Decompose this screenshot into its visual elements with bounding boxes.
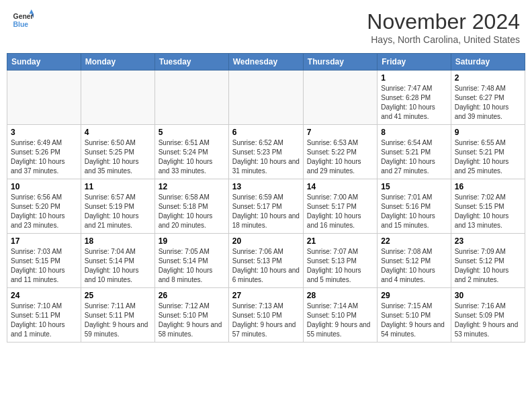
calendar-week-row: 24Sunrise: 7:10 AM Sunset: 5:11 PM Dayli…	[7, 288, 525, 342]
day-info: Sunrise: 7:01 AM Sunset: 5:16 PM Dayligh…	[381, 193, 447, 230]
day-info: Sunrise: 7:11 AM Sunset: 5:11 PM Dayligh…	[85, 302, 151, 339]
calendar-cell: 11Sunrise: 6:57 AM Sunset: 5:19 PM Dayli…	[81, 179, 154, 234]
day-number: 3	[11, 128, 77, 137]
calendar-week-row: 3Sunrise: 6:49 AM Sunset: 5:26 PM Daylig…	[7, 125, 525, 179]
day-number: 17	[11, 236, 77, 246]
logo: General Blue	[12, 9, 34, 31]
calendar-cell: 29Sunrise: 7:15 AM Sunset: 5:10 PM Dayli…	[378, 288, 451, 342]
day-info: Sunrise: 7:12 AM Sunset: 5:10 PM Dayligh…	[159, 302, 225, 339]
svg-text:Blue: Blue	[13, 21, 29, 28]
day-info: Sunrise: 7:15 AM Sunset: 5:10 PM Dayligh…	[381, 302, 447, 339]
calendar-cell: 6Sunrise: 6:52 AM Sunset: 5:23 PM Daylig…	[228, 125, 303, 179]
day-info: Sunrise: 6:51 AM Sunset: 5:24 PM Dayligh…	[159, 138, 225, 176]
calendar-cell: 10Sunrise: 6:56 AM Sunset: 5:20 PM Dayli…	[7, 179, 81, 234]
calendar-cell: 25Sunrise: 7:11 AM Sunset: 5:11 PM Dayli…	[81, 288, 154, 342]
location: Hays, North Carolina, United States	[367, 34, 520, 45]
calendar-cell: 19Sunrise: 7:05 AM Sunset: 5:14 PM Dayli…	[154, 234, 228, 288]
calendar-cell: 7Sunrise: 6:53 AM Sunset: 5:22 PM Daylig…	[303, 125, 377, 179]
day-info: Sunrise: 7:02 AM Sunset: 5:15 PM Dayligh…	[455, 193, 521, 230]
day-info: Sunrise: 7:10 AM Sunset: 5:11 PM Dayligh…	[11, 302, 77, 339]
day-info: Sunrise: 6:58 AM Sunset: 5:18 PM Dayligh…	[159, 193, 225, 230]
day-number: 16	[455, 182, 521, 191]
day-number: 14	[307, 182, 373, 191]
title-block: November 2024 Hays, North Carolina, Unit…	[367, 9, 520, 45]
calendar-cell: 30Sunrise: 7:16 AM Sunset: 5:09 PM Dayli…	[451, 288, 525, 342]
svg-text:General: General	[13, 13, 34, 20]
svg-marker-2	[30, 9, 34, 13]
calendar-cell: 14Sunrise: 7:00 AM Sunset: 5:17 PM Dayli…	[303, 179, 377, 234]
weekday-header-row: SundayMondayTuesdayWednesdayThursdayFrid…	[7, 54, 525, 71]
day-number: 23	[455, 236, 521, 246]
calendar-cell: 3Sunrise: 6:49 AM Sunset: 5:26 PM Daylig…	[7, 125, 81, 179]
weekday-header: Friday	[378, 54, 451, 71]
calendar-cell	[303, 71, 377, 125]
weekday-header: Monday	[81, 54, 154, 71]
day-number: 13	[232, 182, 300, 191]
day-number: 11	[85, 182, 151, 191]
calendar-cell: 5Sunrise: 6:51 AM Sunset: 5:24 PM Daylig…	[154, 125, 228, 179]
day-info: Sunrise: 7:14 AM Sunset: 5:10 PM Dayligh…	[307, 302, 373, 339]
day-number: 12	[159, 182, 225, 191]
calendar-cell	[7, 71, 81, 125]
day-info: Sunrise: 6:53 AM Sunset: 5:22 PM Dayligh…	[307, 138, 373, 176]
day-info: Sunrise: 7:16 AM Sunset: 5:09 PM Dayligh…	[455, 302, 521, 339]
day-number: 18	[85, 236, 151, 246]
day-info: Sunrise: 7:48 AM Sunset: 6:27 PM Dayligh…	[455, 84, 521, 122]
day-info: Sunrise: 6:56 AM Sunset: 5:20 PM Dayligh…	[11, 193, 77, 230]
calendar-cell: 22Sunrise: 7:08 AM Sunset: 5:12 PM Dayli…	[378, 234, 451, 288]
day-info: Sunrise: 6:52 AM Sunset: 5:23 PM Dayligh…	[232, 138, 300, 176]
calendar-cell	[81, 71, 154, 125]
day-info: Sunrise: 7:00 AM Sunset: 5:17 PM Dayligh…	[307, 193, 373, 230]
day-info: Sunrise: 6:54 AM Sunset: 5:21 PM Dayligh…	[381, 138, 447, 176]
weekday-header: Saturday	[451, 54, 525, 71]
day-info: Sunrise: 7:08 AM Sunset: 5:12 PM Dayligh…	[381, 247, 447, 285]
day-number: 28	[307, 291, 373, 300]
day-info: Sunrise: 7:06 AM Sunset: 5:13 PM Dayligh…	[232, 247, 300, 285]
weekday-header: Tuesday	[154, 54, 228, 71]
day-info: Sunrise: 7:03 AM Sunset: 5:15 PM Dayligh…	[11, 247, 77, 285]
day-info: Sunrise: 7:13 AM Sunset: 5:10 PM Dayligh…	[232, 302, 300, 339]
calendar-cell: 2Sunrise: 7:48 AM Sunset: 6:27 PM Daylig…	[451, 71, 525, 125]
day-number: 7	[307, 128, 373, 137]
calendar-week-row: 17Sunrise: 7:03 AM Sunset: 5:15 PM Dayli…	[7, 234, 525, 288]
day-info: Sunrise: 7:47 AM Sunset: 6:28 PM Dayligh…	[381, 84, 447, 122]
calendar-cell: 8Sunrise: 6:54 AM Sunset: 5:21 PM Daylig…	[378, 125, 451, 179]
calendar-cell: 17Sunrise: 7:03 AM Sunset: 5:15 PM Dayli…	[7, 234, 81, 288]
day-info: Sunrise: 6:59 AM Sunset: 5:17 PM Dayligh…	[232, 193, 300, 230]
calendar-cell: 18Sunrise: 7:04 AM Sunset: 5:14 PM Dayli…	[81, 234, 154, 288]
calendar-week-row: 10Sunrise: 6:56 AM Sunset: 5:20 PM Dayli…	[7, 179, 525, 234]
calendar-cell: 21Sunrise: 7:07 AM Sunset: 5:13 PM Dayli…	[303, 234, 377, 288]
month-title: November 2024	[367, 9, 520, 34]
day-number: 8	[381, 128, 447, 137]
day-info: Sunrise: 7:05 AM Sunset: 5:14 PM Dayligh…	[159, 247, 225, 285]
day-info: Sunrise: 7:07 AM Sunset: 5:13 PM Dayligh…	[307, 247, 373, 285]
day-info: Sunrise: 7:09 AM Sunset: 5:12 PM Dayligh…	[455, 247, 521, 285]
calendar-week-row: 1Sunrise: 7:47 AM Sunset: 6:28 PM Daylig…	[7, 71, 525, 125]
calendar-cell	[228, 71, 303, 125]
day-number: 6	[232, 128, 300, 137]
calendar-cell: 15Sunrise: 7:01 AM Sunset: 5:16 PM Dayli…	[378, 179, 451, 234]
weekday-header: Sunday	[7, 54, 81, 71]
day-info: Sunrise: 6:55 AM Sunset: 5:21 PM Dayligh…	[455, 138, 521, 176]
day-number: 29	[381, 291, 447, 300]
day-number: 27	[232, 291, 300, 300]
day-info: Sunrise: 6:57 AM Sunset: 5:19 PM Dayligh…	[85, 193, 151, 230]
calendar-cell: 26Sunrise: 7:12 AM Sunset: 5:10 PM Dayli…	[154, 288, 228, 342]
calendar-cell: 16Sunrise: 7:02 AM Sunset: 5:15 PM Dayli…	[451, 179, 525, 234]
day-number: 20	[232, 236, 300, 246]
calendar-cell: 1Sunrise: 7:47 AM Sunset: 6:28 PM Daylig…	[378, 71, 451, 125]
day-number: 5	[159, 128, 225, 137]
day-number: 4	[85, 128, 151, 137]
weekday-header: Thursday	[303, 54, 377, 71]
day-number: 15	[381, 182, 447, 191]
day-number: 9	[455, 128, 521, 137]
day-number: 24	[11, 291, 77, 300]
day-number: 21	[307, 236, 373, 246]
day-info: Sunrise: 6:49 AM Sunset: 5:26 PM Dayligh…	[11, 138, 77, 176]
logo-icon: General Blue	[12, 9, 34, 31]
calendar-cell: 27Sunrise: 7:13 AM Sunset: 5:10 PM Dayli…	[228, 288, 303, 342]
day-number: 1	[381, 73, 447, 83]
day-number: 25	[85, 291, 151, 300]
day-info: Sunrise: 7:04 AM Sunset: 5:14 PM Dayligh…	[85, 247, 151, 285]
calendar-cell: 20Sunrise: 7:06 AM Sunset: 5:13 PM Dayli…	[228, 234, 303, 288]
